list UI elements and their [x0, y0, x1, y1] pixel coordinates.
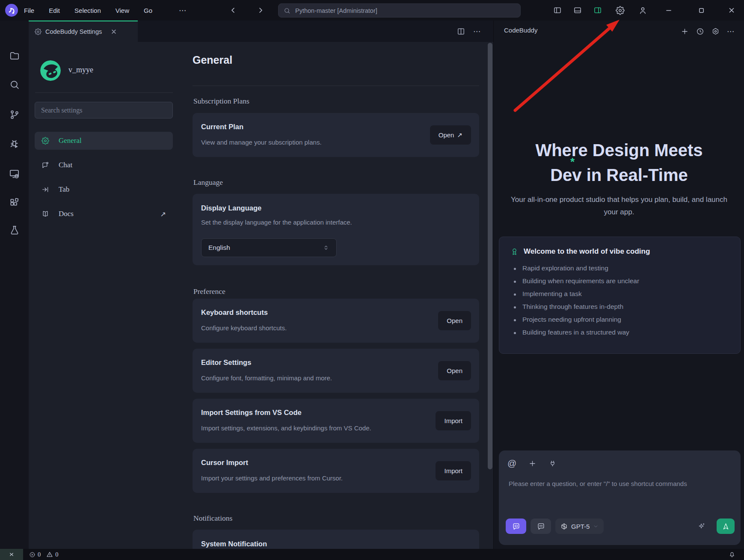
card-display-language: Display Language Set the display languag…	[193, 194, 479, 265]
sidebar-item-docs[interactable]: Docs ↗	[35, 205, 173, 223]
welcome-card: Welcome to the world of vibe coding Rapi…	[499, 237, 741, 354]
testing-icon[interactable]	[0, 220, 29, 240]
sidebar-item-general[interactable]: General	[35, 132, 173, 150]
open-keyboard-shortcuts-button[interactable]: Open	[438, 311, 471, 330]
enhance-prompt-icon[interactable]	[694, 519, 710, 534]
debug-icon[interactable]	[0, 133, 29, 154]
warning-icon	[46, 551, 53, 558]
chat-text-input[interactable]	[508, 480, 730, 488]
toggle-left-sidebar-icon[interactable]	[549, 0, 566, 21]
gear-icon	[41, 137, 49, 145]
toggle-bottom-panel-icon[interactable]	[569, 0, 586, 21]
application-window: File Edit Selection View Go ⋯	[0, 0, 744, 560]
menu-view[interactable]: View	[116, 7, 129, 14]
tab-codebuddy-settings[interactable]: CodeBuddy Settings	[29, 21, 138, 42]
menu-selection[interactable]: Selection	[74, 7, 101, 14]
card-keyboard-shortcuts: Keyboard shortcuts Configure keyboard sh…	[193, 299, 479, 343]
import-vscode-button[interactable]: Import	[436, 411, 471, 430]
hero-line-1: Where Design Meets	[494, 138, 744, 163]
card-cursor-import: Cursor Import Import your settings and p…	[193, 449, 479, 493]
chevron-down-icon	[593, 524, 599, 529]
remote-indicator[interactable]	[0, 549, 23, 560]
open-editor-settings-button[interactable]: Open	[438, 361, 471, 380]
menu-go[interactable]: Go	[144, 7, 152, 14]
workspace-search-box[interactable]	[278, 3, 521, 18]
notifications-bell-icon[interactable]	[729, 551, 735, 558]
menu-file[interactable]: File	[24, 7, 34, 14]
remote-explorer-icon[interactable]	[0, 163, 29, 184]
avatar[interactable]	[40, 60, 61, 81]
card-title: Editor Settings	[201, 359, 251, 367]
tab-label: CodeBuddy Settings	[45, 28, 102, 35]
send-button[interactable]	[717, 519, 735, 534]
chat-input-box[interactable]: @ GPT-5	[499, 450, 741, 545]
sidebar-item-chat[interactable]: Chat	[35, 156, 173, 174]
toggle-right-sidebar-icon[interactable]	[589, 0, 606, 21]
editor-more-actions-icon[interactable]: ⋯	[471, 25, 483, 37]
card-desc: Set the display language for the applica…	[201, 219, 352, 226]
open-plan-button[interactable]: Open↗	[430, 125, 471, 145]
card-title: Keyboard shortcuts	[201, 308, 268, 317]
error-count: 0	[38, 551, 41, 558]
split-editor-icon[interactable]	[455, 25, 467, 37]
window-close-icon[interactable]	[723, 0, 740, 21]
mcp-plug-icon[interactable]	[548, 459, 557, 468]
search-icon	[284, 7, 290, 14]
sidebar-item-label: Tab	[59, 185, 69, 194]
window-maximize-icon[interactable]	[693, 0, 710, 21]
chat-mode-button[interactable]	[531, 519, 551, 534]
codebuddy-logo-icon	[5, 4, 18, 17]
card-title: Display Language	[201, 204, 261, 212]
external-link-icon: ↗	[160, 210, 166, 218]
card-title: System Notification	[201, 540, 267, 548]
card-editor-settings: Editor Settings Configure font, formatti…	[193, 349, 479, 393]
sidebar-item-tab[interactable]: Tab	[35, 181, 173, 199]
search-view-icon[interactable]	[0, 74, 29, 95]
settings-search-box[interactable]	[35, 102, 173, 119]
extensions-icon[interactable]	[0, 193, 29, 213]
source-control-icon[interactable]	[0, 104, 29, 125]
settings-main: General Subscription Plans Current Plan …	[193, 42, 479, 549]
card-system-notification: System Notification	[193, 530, 479, 549]
explorer-icon[interactable]	[0, 45, 29, 66]
tab-close-icon[interactable]	[111, 29, 117, 35]
craft-mode-button[interactable]	[506, 519, 526, 534]
settings-editor: v_myye General Chat Tab Doc	[29, 42, 493, 549]
history-icon[interactable]	[694, 25, 706, 38]
settings-search-input[interactable]	[40, 106, 167, 115]
openai-logo-icon	[560, 523, 568, 530]
menu-edit[interactable]: Edit	[49, 7, 60, 14]
arrow-to-bar-icon	[41, 186, 49, 193]
window-minimize-icon[interactable]	[660, 0, 677, 21]
language-select[interactable]: English	[201, 238, 337, 257]
editor-tab-strip: CodeBuddy Settings ⋯	[29, 21, 493, 42]
nav-forward-icon[interactable]	[255, 4, 267, 16]
panel-settings-icon[interactable]	[709, 25, 722, 38]
hero-asterisk: *	[570, 155, 575, 169]
mention-icon[interactable]: @	[507, 459, 516, 468]
new-chat-icon[interactable]	[678, 25, 691, 38]
card-title: Cursor Import	[201, 459, 248, 467]
model-selector[interactable]: GPT-5	[555, 519, 604, 534]
workspace-search-input[interactable]	[294, 7, 515, 15]
import-cursor-button[interactable]: Import	[436, 461, 471, 480]
language-select-value: English	[208, 244, 230, 252]
problems-indicator[interactable]: 0 0	[29, 551, 59, 558]
title-bar: File Edit Selection View Go ⋯	[0, 0, 744, 21]
welcome-bullet: Building when requirements are unclear	[513, 277, 729, 285]
section-heading-subscription: Subscription Plans	[193, 97, 249, 106]
menu-more-icon[interactable]: ⋯	[179, 0, 187, 21]
account-icon[interactable]	[634, 0, 651, 21]
settings-gear-icon[interactable]	[611, 0, 628, 21]
editor-scrollbar[interactable]	[488, 43, 492, 469]
model-name: GPT-5	[571, 523, 590, 530]
book-icon	[41, 210, 49, 218]
welcome-bullet: Building features in a structured way	[513, 329, 729, 336]
panel-more-icon[interactable]: ⋯	[724, 25, 737, 38]
welcome-bullet: Thinking through features in-depth	[513, 303, 729, 311]
nav-back-icon[interactable]	[227, 4, 239, 16]
welcome-bullet-list: Rapid exploration and testing Building w…	[513, 264, 729, 336]
attach-plus-icon[interactable]	[528, 459, 537, 468]
sidebar-item-label: Docs	[59, 210, 74, 218]
tab-gear-icon	[35, 28, 41, 35]
